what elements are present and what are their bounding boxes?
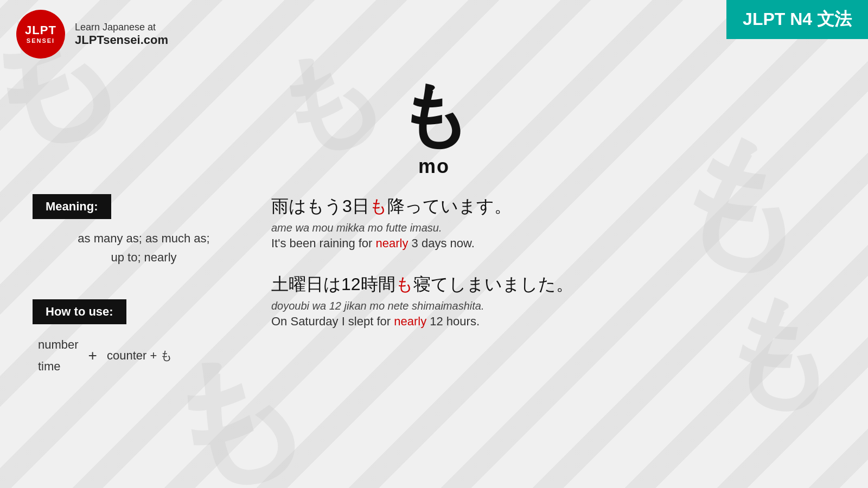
usage-words: number time: [38, 334, 79, 377]
usage-plus: +: [88, 341, 97, 371]
ex2-jp-highlight: も: [395, 274, 413, 294]
example-1-romaji: ame wa mou mikka mo futte imasu.: [271, 222, 835, 234]
usage-word-number: number: [38, 334, 79, 356]
right-column: 雨はもう3日も降っています。 ame wa mou mikka mo futte…: [271, 194, 835, 377]
logo-sensei-text: SENSEI: [27, 37, 55, 44]
example-2: 土曜日は12時間も寝てしまいました。 doyoubi wa 12 jikan m…: [271, 272, 835, 329]
jlpt-badge: JLPT N4 文法: [726, 0, 868, 39]
how-to-badge: How to use:: [33, 299, 126, 324]
kana-display-area: も mo: [0, 79, 868, 178]
ex1-en-highlight: nearly: [376, 236, 409, 250]
learn-text: Learn Japanese at: [75, 22, 168, 33]
example-2-japanese: 土曜日は12時間も寝てしまいました。: [271, 272, 835, 297]
example-1-english: It's been raining for nearly 3 days now.: [271, 236, 835, 251]
meaning-line1: as many as; as much as;: [49, 229, 239, 248]
jlpt-badge-label: JLPT N4 文法: [743, 8, 852, 31]
ex1-jp-before: 雨はもう3日: [271, 196, 369, 216]
main-body: Meaning: as many as; as much as; up to; …: [0, 194, 868, 377]
meaning-text: as many as; as much as; up to; nearly: [49, 229, 239, 267]
usage-structure: number time + counter + も: [38, 334, 239, 377]
ex2-jp-before: 土曜日は12時間: [271, 274, 395, 294]
ex1-jp-after: 降っています。: [387, 196, 512, 216]
logo-jlpt-text: JLPT: [25, 24, 56, 36]
main-content: JLPT SENSEI Learn Japanese at JLPTsensei…: [0, 0, 868, 488]
site-url: JLPTsensei.com: [75, 33, 168, 47]
logo-circle: JLPT SENSEI: [16, 10, 65, 59]
logo-text-block: Learn Japanese at JLPTsensei.com: [75, 22, 168, 47]
meaning-line2: up to; nearly: [49, 248, 239, 267]
ex1-jp-highlight: も: [369, 196, 387, 216]
ex2-en-after: 12 hours.: [426, 314, 480, 328]
ex1-en-before: It's been raining for: [271, 236, 376, 250]
usage-row: number time + counter + も: [38, 334, 239, 377]
ex2-en-highlight: nearly: [394, 314, 426, 328]
big-kana-character: も: [398, 79, 470, 150]
ex2-jp-after: 寝てしまいました。: [413, 274, 573, 294]
ex2-en-before: On Saturday I slept for: [271, 314, 394, 328]
example-2-romaji: doyoubi wa 12 jikan mo nete shimaimashit…: [271, 300, 835, 312]
example-1: 雨はもう3日も降っています。 ame wa mou mikka mo futte…: [271, 194, 835, 251]
left-column: Meaning: as many as; as much as; up to; …: [33, 194, 239, 377]
romaji-label: mo: [418, 155, 450, 178]
usage-counter: counter + も: [107, 344, 173, 368]
ex1-en-after: 3 days now.: [408, 236, 474, 250]
usage-word-time: time: [38, 356, 79, 377]
header: JLPT SENSEI Learn Japanese at JLPTsensei…: [0, 0, 868, 68]
example-1-japanese: 雨はもう3日も降っています。: [271, 194, 835, 219]
example-2-english: On Saturday I slept for nearly 12 hours.: [271, 314, 835, 329]
meaning-badge: Meaning:: [33, 194, 111, 219]
